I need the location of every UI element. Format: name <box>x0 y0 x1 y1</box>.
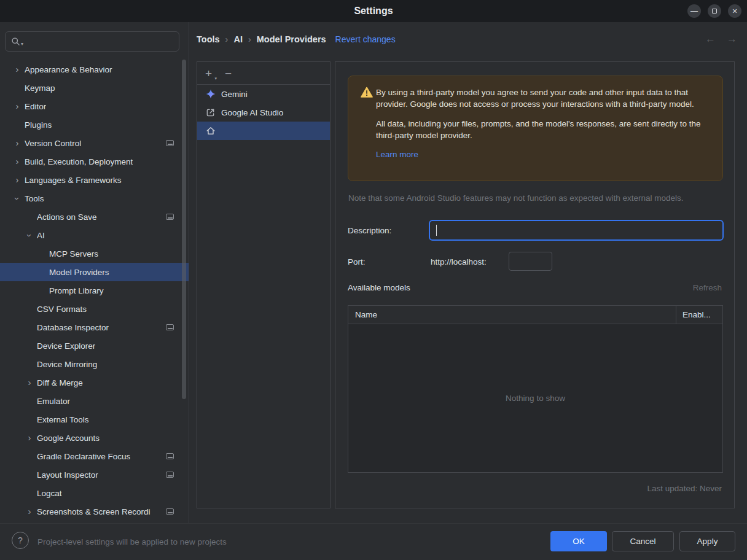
tree-item-label: MCP Servers <box>49 249 98 259</box>
provider-label: Gemini <box>221 90 248 99</box>
tree-item-label: Google Accounts <box>37 434 100 443</box>
learn-more-link[interactable]: Learn more <box>376 150 418 159</box>
tree-item[interactable]: › Database Inspector <box>0 318 189 336</box>
tree-item[interactable]: › AI <box>0 226 189 244</box>
model-provider-detail: By using a third-party model you agree t… <box>335 61 735 508</box>
provider-item[interactable]: Google AI Studio <box>197 103 330 122</box>
chevron-icon[interactable]: › <box>22 433 37 442</box>
tree-item-label: Screenshots & Screen Recordi <box>37 507 151 516</box>
tree-item[interactable]: › Editor <box>0 97 189 115</box>
chevron-icon[interactable]: › <box>22 507 37 516</box>
tree-item[interactable]: › Device Mirroring <box>0 355 189 373</box>
tree-item[interactable]: › Google Accounts <box>0 429 189 447</box>
ok-button[interactable]: OK <box>550 531 607 551</box>
tree-item-label: Diff & Merge <box>37 378 83 387</box>
chevron-icon[interactable]: › <box>10 175 25 184</box>
chevron-icon[interactable]: › <box>10 101 25 111</box>
chevron-icon[interactable]: › <box>22 378 37 387</box>
apply-button[interactable]: Apply <box>679 531 735 551</box>
tree-item[interactable]: › CSV Formats <box>0 300 189 318</box>
tree-item[interactable]: › Languages & Frameworks <box>0 171 189 189</box>
back-arrow-icon[interactable]: ← <box>705 33 716 45</box>
tree-item-label: Model Providers <box>49 268 109 277</box>
tree-item[interactable]: › Diff & Merge <box>0 373 189 392</box>
maximize-button[interactable] <box>708 4 721 18</box>
sidebar-scrollbar[interactable] <box>182 60 186 399</box>
tree-item[interactable]: › Build, Execution, Deployment <box>0 152 189 171</box>
tree-item[interactable]: › Actions on Save <box>0 208 189 226</box>
home-icon <box>205 126 216 136</box>
tree-item-label: Tools <box>25 194 44 203</box>
breadcrumb-separator: › <box>225 34 229 44</box>
description-label: Description: <box>348 226 391 235</box>
empty-table-text: Nothing to show <box>506 394 565 403</box>
settings-sidebar: ▾ › Appearance & Behavior › Keymap › Edi… <box>0 22 189 523</box>
revert-changes-link[interactable]: Revert changes <box>335 34 396 44</box>
tree-item-label: AI <box>37 231 45 240</box>
tree-item-label: External Tools <box>37 415 89 424</box>
tree-item-label: Plugins <box>25 120 52 130</box>
refresh-button[interactable]: Refresh <box>693 283 722 292</box>
models-table-body: Nothing to show <box>348 324 722 472</box>
google-ai-studio-icon <box>205 107 216 118</box>
tree-item[interactable]: › External Tools <box>0 410 189 429</box>
tree-item[interactable]: › Layout Inspector <box>0 465 189 484</box>
provider-item[interactable] <box>197 122 330 140</box>
tree-item[interactable]: › MCP Servers <box>0 244 189 263</box>
breadcrumb-item[interactable]: Model Providers <box>257 34 326 44</box>
tree-item-label: CSV Formats <box>37 305 87 314</box>
warning-paragraph-1: By using a third-party model you agree t… <box>376 87 712 110</box>
provider-item[interactable]: Gemini <box>197 85 330 103</box>
port-input[interactable] <box>509 252 552 271</box>
tree-item[interactable]: › Gradle Declarative Focus <box>0 447 189 465</box>
provider-panel: +▾ − Gemini Google AI Studio <box>197 61 330 508</box>
tree-item[interactable]: › Plugins <box>0 115 189 134</box>
tree-item-label: Layout Inspector <box>37 470 98 480</box>
tree-item[interactable]: › Screenshots & Screen Recordi <box>0 502 189 521</box>
chevron-icon[interactable]: › <box>10 138 25 147</box>
tree-item[interactable]: › Version Control <box>0 134 189 152</box>
search-box[interactable]: ▾ <box>5 31 179 52</box>
tree-item[interactable]: › Device Explorer <box>0 336 189 355</box>
screen-badge-icon <box>166 214 174 220</box>
port-prefix: http://localhost: <box>431 257 487 266</box>
forward-arrow-icon[interactable]: → <box>727 33 737 45</box>
tree-item-label: Emulator <box>37 397 70 406</box>
help-button[interactable]: ? <box>12 532 29 549</box>
breadcrumb-item[interactable]: Tools <box>197 34 220 44</box>
provider-list: Gemini Google AI Studio <box>197 85 330 140</box>
tree-item[interactable]: › Logcat <box>0 484 189 502</box>
gemini-icon <box>205 89 216 99</box>
tree-item[interactable]: › Tools <box>0 189 189 208</box>
titlebar: Settings — ✕ <box>0 0 747 22</box>
chevron-icon[interactable]: › <box>13 191 22 206</box>
minimize-button[interactable]: — <box>687 4 701 18</box>
warning-triangle-icon <box>361 87 373 99</box>
breadcrumb-item[interactable]: AI <box>233 34 243 44</box>
tree-item-label: Device Mirroring <box>37 360 97 369</box>
footer-note: Project-level settings will be applied t… <box>37 524 227 560</box>
cancel-button[interactable]: Cancel <box>612 531 674 551</box>
description-input[interactable] <box>429 220 724 241</box>
column-header-enabled[interactable]: Enabl... <box>676 306 722 324</box>
chevron-icon[interactable]: › <box>10 157 25 166</box>
breadcrumb-separator: › <box>248 34 251 44</box>
tree-item[interactable]: › Keymap <box>0 79 189 97</box>
search-history-caret-icon[interactable]: ▾ <box>21 41 23 51</box>
warning-text: By using a third-party model you agree t… <box>376 87 712 142</box>
chevron-icon[interactable]: › <box>10 64 25 74</box>
tree-item[interactable]: › Appearance & Behavior <box>0 60 189 79</box>
tree-item-label: Build, Execution, Deployment <box>25 157 133 166</box>
tree-item[interactable]: › Prompt Library <box>0 281 189 300</box>
tree-item-label: Languages & Frameworks <box>25 176 122 185</box>
close-button[interactable]: ✕ <box>728 4 741 18</box>
tree-item-label: Logcat <box>37 489 62 498</box>
remove-provider-button[interactable]: − <box>225 68 232 79</box>
settings-search-input[interactable] <box>25 37 173 46</box>
tree-item[interactable]: › Emulator <box>0 392 189 410</box>
chevron-icon[interactable]: › <box>25 228 34 243</box>
available-models-label: Available models <box>348 283 410 292</box>
add-provider-button[interactable]: +▾ <box>205 68 212 79</box>
column-header-name[interactable]: Name <box>348 306 676 324</box>
tree-item[interactable]: › Model Providers <box>0 263 189 281</box>
